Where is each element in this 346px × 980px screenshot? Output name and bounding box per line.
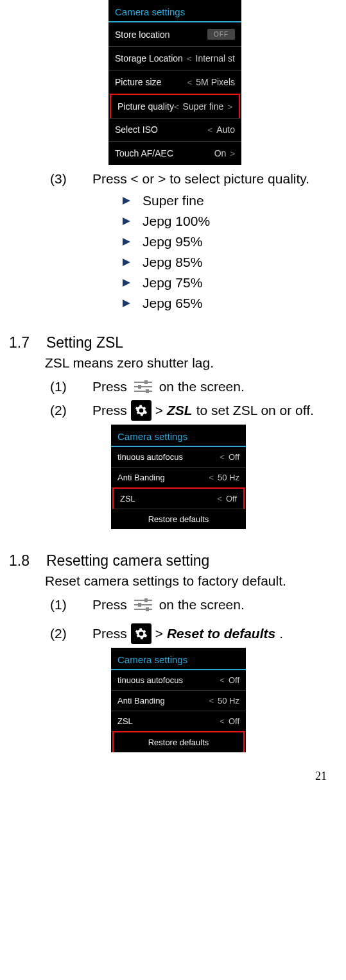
- chevron-left-icon[interactable]: <: [209, 696, 214, 705]
- settings-row[interactable]: Restore defaults: [111, 509, 246, 529]
- chevron-right-icon[interactable]: >: [230, 149, 235, 158]
- chevron-right-icon[interactable]: >: [227, 102, 232, 112]
- list-item-label: Jepg 75%: [143, 275, 202, 291]
- step-mid: >: [155, 625, 163, 643]
- screenshot-camera-settings-1: Camera settings Store locationOFFStorage…: [108, 0, 241, 165]
- list-item: Jepg 95%: [122, 234, 340, 249]
- chevron-left-icon[interactable]: <: [220, 452, 225, 462]
- settings-row-value[interactable]: <Auto: [208, 124, 235, 135]
- step-number: (3): [50, 171, 69, 187]
- settings-row[interactable]: Touch AF/AECOn>: [108, 142, 241, 165]
- settings-row-value[interactable]: <Super fine>: [174, 101, 232, 112]
- settings-row-label: tinuous autofocus: [117, 452, 220, 462]
- step-text: Press > ZSL to set ZSL on or off.: [92, 400, 314, 421]
- settings-row[interactable]: tinuous autofocus<Off: [111, 670, 246, 691]
- chevron-left-icon[interactable]: <: [208, 125, 213, 135]
- step-pre: Press: [92, 625, 127, 643]
- settings-row[interactable]: Anti Banding<50 Hz: [111, 691, 246, 711]
- settings-row[interactable]: Store locationOFF: [108, 22, 241, 47]
- settings-row-value-text: 50 Hz: [218, 696, 239, 705]
- settings-row-label: Store location: [115, 30, 207, 40]
- settings-row-value-text: On: [214, 148, 227, 158]
- settings-row-label: Restore defaults: [148, 514, 209, 524]
- chevron-left-icon[interactable]: <: [220, 716, 225, 726]
- chevron-left-icon[interactable]: <: [217, 494, 222, 503]
- bullet-arrow-icon: [122, 237, 131, 246]
- bullet-arrow-icon: [122, 278, 131, 287]
- svg-marker-2: [123, 238, 130, 246]
- settings-row-value[interactable]: <50 Hz: [209, 473, 239, 482]
- settings-row[interactable]: Storage Location<Internal st: [108, 47, 241, 71]
- settings-row-value[interactable]: <Off: [217, 494, 237, 503]
- settings-row[interactable]: Select ISO<Auto: [108, 118, 241, 142]
- step-text: Press on the screen.: [92, 377, 245, 396]
- section-number: 1.8: [9, 552, 30, 570]
- section-subtitle: ZSL means zero shutter lag.: [6, 355, 340, 371]
- settings-row-value-text: Internal st: [196, 53, 235, 63]
- toggle-off-pill[interactable]: OFF: [207, 29, 235, 40]
- list-item: Super fine: [122, 193, 340, 208]
- list-item: Jepg 65%: [122, 296, 340, 311]
- section-heading: 1.7 Setting ZSL: [6, 334, 340, 351]
- settings-row[interactable]: Picture quality<Super fine>: [110, 94, 240, 119]
- sliders-icon: [131, 595, 155, 614]
- list-item: Jepg 75%: [122, 275, 340, 291]
- svg-marker-1: [123, 217, 130, 225]
- settings-row-label: Picture quality: [117, 101, 174, 112]
- settings-row[interactable]: ZSL<Off: [112, 487, 245, 509]
- page-number: 21: [6, 770, 340, 783]
- list-item: Jepg 100%: [122, 214, 340, 229]
- settings-row-value[interactable]: <Off: [220, 452, 239, 462]
- chevron-left-icon[interactable]: <: [174, 102, 179, 112]
- list-item-label: Jepg 85%: [143, 255, 202, 270]
- settings-row-value[interactable]: <Internal st: [187, 53, 235, 63]
- step-text: Press < or > to select picture quality.: [92, 170, 309, 188]
- svg-rect-17: [146, 607, 149, 611]
- list-item-label: Jepg 95%: [143, 234, 202, 249]
- gear-icon: [131, 623, 151, 644]
- settings-row-value[interactable]: <Off: [220, 716, 239, 726]
- step-pre: Press: [92, 596, 127, 614]
- settings-row[interactable]: ZSL<Off: [111, 711, 246, 732]
- step-bold: Reset to defaults: [167, 625, 275, 643]
- section-title: Resetting camera setting: [46, 552, 209, 570]
- settings-row-label: Select ISO: [115, 124, 208, 135]
- chevron-left-icon[interactable]: <: [187, 78, 193, 87]
- android-header: Camera settings: [111, 425, 246, 447]
- step-1-7-1: (1) Press on the screen.: [6, 377, 340, 396]
- settings-row[interactable]: tinuous autofocus<Off: [111, 447, 246, 468]
- sliders-icon: [131, 377, 155, 396]
- step-1-8-1: (1) Press on the screen.: [6, 595, 340, 614]
- svg-marker-5: [123, 300, 130, 307]
- chevron-left-icon[interactable]: <: [220, 675, 225, 685]
- settings-row[interactable]: Restore defaults: [112, 731, 245, 752]
- settings-row-value-text: Off: [229, 452, 239, 462]
- settings-row-label: Anti Banding: [117, 473, 209, 482]
- settings-row-value-text: 5M Pixels: [196, 77, 235, 87]
- section-1-8: 1.8 Resetting camera setting Reset camer…: [6, 552, 340, 752]
- settings-row-label: Picture size: [115, 77, 187, 87]
- android-rows-2: tinuous autofocus<OffAnti Banding<50 HzZ…: [111, 447, 246, 529]
- chevron-left-icon[interactable]: <: [209, 473, 214, 482]
- step-post: .: [279, 625, 283, 643]
- android-header: Camera settings: [111, 648, 246, 670]
- screenshot-camera-settings-2: Camera settings tinuous autofocus<OffAnt…: [111, 425, 246, 529]
- step-1-7-2: (2) Press > ZSL to set ZSL on or off.: [6, 400, 340, 421]
- settings-row-label: Restore defaults: [148, 738, 209, 747]
- step-post: to set ZSL on or off.: [196, 401, 314, 419]
- settings-row-value[interactable]: <50 Hz: [209, 696, 239, 705]
- settings-row[interactable]: Picture size<5M Pixels: [108, 71, 241, 94]
- settings-row-value[interactable]: <Off: [220, 675, 239, 685]
- android-rows-1: Store locationOFFStorage Location<Intern…: [108, 22, 241, 165]
- svg-rect-15: [144, 598, 148, 602]
- section-heading: 1.8 Resetting camera setting: [6, 552, 340, 570]
- list-item-label: Jepg 65%: [143, 296, 202, 311]
- chevron-left-icon[interactable]: <: [187, 54, 192, 63]
- settings-row-value[interactable]: <5M Pixels: [187, 77, 235, 87]
- settings-row-value-text: Auto: [216, 124, 235, 135]
- svg-marker-0: [123, 197, 130, 205]
- settings-row[interactable]: Anti Banding<50 Hz: [111, 468, 246, 488]
- step-1-8-2: (2) Press > Reset to defaults.: [6, 623, 340, 644]
- section-title: Setting ZSL: [46, 334, 123, 351]
- settings-row-value[interactable]: On>: [214, 148, 235, 158]
